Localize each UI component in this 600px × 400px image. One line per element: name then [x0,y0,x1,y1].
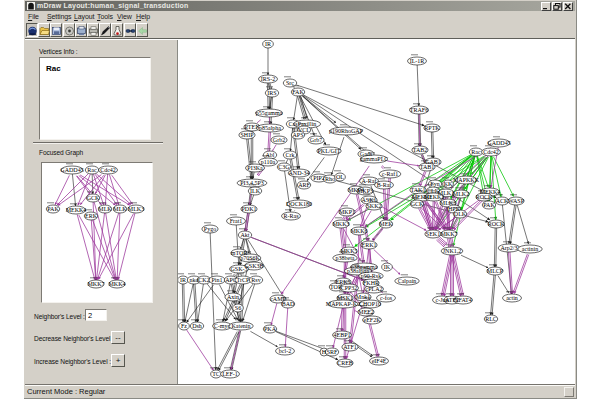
window-title: mDraw Layout:human_signal_transduction [37,1,189,11]
graph-icon [27,25,38,37]
graph-node-label-TCF: TC [212,371,220,377]
focused-graph-label: Focused Graph [39,149,83,156]
toolbar-flask-button[interactable] [111,23,123,37]
main-graph-canvas: IRIRS-2SrcIRSFAKp55gammaPTENp85alphaSHIP… [178,40,577,386]
menu-settings[interactable]: Settings [45,12,74,21]
graph-node-label-Calpain: Calpain [398,278,417,284]
print-icon [88,25,99,37]
print-preview-icon [76,25,87,37]
graph-node-label-A-Raf: A-Raf [362,178,377,184]
toolbar-pen-button[interactable] [99,23,111,37]
graph-node-label-PI3Ka: PI3Ka [247,165,263,171]
graph-node-label-JNK12: JNK1,2 [443,248,462,254]
toolbar-link-button[interactable] [124,23,136,37]
graph-node-label-GADD45: GADD45 [60,167,83,173]
sidebar-divider [33,142,163,144]
graph-node-label-Fyn: Fyn [430,181,439,187]
graph-node-label-p110a: p110a [261,159,276,165]
increase-level-button[interactable]: + [111,354,125,367]
graph-node-label-LEF-1: LEF-1 [222,371,238,377]
graph-node-label-CPP32: CPP32 [341,285,358,291]
graph-node-label-MEK: MEK [379,221,393,227]
status-text: Current Mode : Regular [27,387,105,396]
graph-node-label-MLKa: MLK [98,206,112,212]
graph-node-label-PAK: PAK [47,206,59,212]
menu-layout[interactable]: Layout [72,12,96,21]
menu-help[interactable]: Help [134,12,152,21]
app-icon [27,2,35,10]
graph-node-label-IK: IK [384,264,391,270]
graph-node-label-Mnk1: Mnk1 [356,294,370,300]
graph-node-label-MLCP: MLCP [487,268,504,274]
menu-bar: FileSettingsLayoutToolsViewHelp [25,11,575,22]
toolbar-print-button[interactable] [87,23,99,37]
menu-file[interactable]: File [26,12,41,21]
graph-node-label-BAD: BAD [282,301,295,307]
graph-node-label-PAK: PAK [483,202,495,208]
neighbor-level-input[interactable] [85,309,107,321]
graph-node-label-Src: Src [286,80,294,86]
menu-tools[interactable]: Tools [95,12,115,21]
graph-node-label-ERK: ERK [85,213,98,219]
graph-node-label-PTEN: PTEN [245,124,261,130]
toolbar-print-preview-button[interactable] [75,23,87,37]
menu-view[interactable]: View [115,12,134,21]
graph-node-label-SRF: SRF [327,349,338,355]
graph-node-label-MKK7: MKK7 [440,231,457,237]
focused-graph-box[interactable]: GADD45RacCdc42GCKPAKMEKK4MLKMLKMLK3ERKMK… [41,162,153,303]
close-button[interactable] [563,2,573,11]
app-window: mDraw Layout:human_signal_transduction F… [24,0,577,399]
graph-node-label-GCK: GCK [87,195,100,201]
graph-node-label-Akt: Akt [241,232,250,238]
graph-node-label-MKP3: MKP3 [357,188,373,194]
status-bar: Current Mode : Regular [25,385,575,397]
graph-node-label-Grb7: Grb7 [310,137,322,143]
minimize-button[interactable] [541,2,551,11]
graph-node-label-GADD45: GADD45 [487,140,510,146]
graph-node-label-4EBP1: 4EBP1 [333,332,350,338]
graph-node-label-S6: S6 [235,305,241,311]
graph-node-label-TAB2: TAB2 [413,147,428,153]
title-bar[interactable]: mDraw Layout:human_signal_transduction [25,1,575,11]
graph-node-label-MKK3: MKK3 [332,221,349,227]
graph-node-label-Katenin: Katenin [232,323,251,329]
graph-node-label-RPTK: RPTK [424,125,440,131]
graph-node-label-GSK-3: GSK-3 [230,266,247,272]
graph-node-label-CK2: CK2 [198,277,209,283]
flask-icon [112,25,123,37]
graph-node-label-IL-1R: IL-1R [410,58,425,64]
neighbor-level-label: Neighbor's Level : [34,313,85,320]
graph-node-label-MLK3: MLK3 [128,206,144,212]
graph-node-label-MAPKAP-K2: MAPKAP-K2 [326,301,360,307]
graph-canvas[interactable]: IRIRS-2SrcIRSFAKp55gammaPTENp85alphaSHIP… [177,40,575,385]
graph-node-label-eIF4E: eIF4E [372,358,387,364]
restore-button[interactable] [552,2,562,11]
selected-vertex-name: Rac [46,64,61,73]
toolbar-open-folder-button[interactable] [38,23,50,37]
toolbar-disc-button[interactable] [63,23,75,37]
decrease-level-button[interactable]: -- [111,331,125,344]
graph-node-label-TAK1: TAK1 [411,187,426,193]
graph-node-label-DOCK180: DOCK180 [286,201,312,207]
vertices-info-label: Vertices Info : [39,48,77,55]
toolbar-back-arrow-button[interactable] [136,23,148,37]
graph-node-label-WASP: WASP [508,198,525,204]
graph-node-label-CREB: CREB [337,360,353,366]
toolbar [25,22,575,38]
window-buttons [540,2,573,11]
resize-grip[interactable] [564,387,574,397]
graph-node-label-RLC: RLC [485,316,497,322]
graph-node-label-Grb2: Grb2 [273,137,285,143]
graph-node-label-Fz: Fz [181,323,187,329]
graph-node-label-IRS-2: IRS-2 [261,76,275,82]
graph-node-label-p55gamma: p55gamma [256,110,283,116]
link-icon [125,25,136,37]
graph-node-label-p190RhoGAP: p190RhoGAP [329,128,364,134]
graph-node-label-MEF2: MEF2 [358,309,373,315]
toolbar-save-button[interactable] [50,23,62,37]
graph-node-label-PIP2: PIP2 [313,175,325,181]
graph-node-label-ARF: ARF [298,182,310,188]
graph-node-label-OL: OL [336,174,344,180]
toolbar-graph-button[interactable] [26,23,38,37]
client-area: Vertices Info : Rac Focused Graph GADD45… [25,40,575,385]
